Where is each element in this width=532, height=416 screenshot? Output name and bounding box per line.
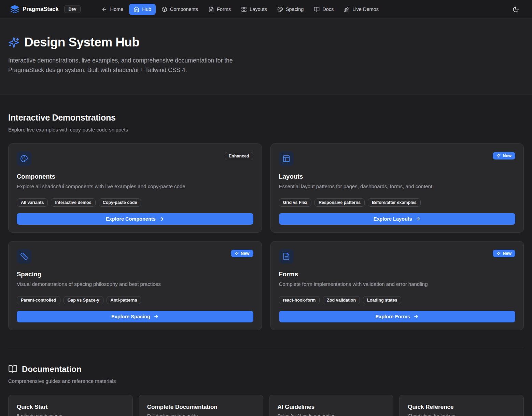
top-navbar: PragmaStack Dev Home Hub Components Fo [0,0,532,19]
badge-label: New [503,153,512,158]
palette-icon [17,151,31,166]
card-title: Forms [279,271,516,278]
tag: Copy-paste code [99,198,141,207]
tag: Responsive patterns [314,198,365,207]
hero-section: Design System Hub Interactive demonstrat… [0,19,532,95]
explore-components-button[interactable]: Explore Components [17,213,253,225]
docs-section: Documentation Comprehensive guides and r… [8,347,524,416]
nav-label: Forms [217,6,231,12]
arrow-right-icon [153,314,159,319]
cta-label: Explore Layouts [374,216,412,222]
sparkles-icon [496,154,501,158]
nav-label: Layouts [250,6,267,12]
demos-heading: Interactive Demonstrations [8,113,524,123]
nav-label: Live Demos [352,6,379,12]
cta-label: Explore Spacing [111,314,150,319]
nav-label: Components [170,6,198,12]
sparkles-icon [8,37,19,48]
card-description: Complete form implementations with valid… [279,280,516,288]
rocket-icon [344,6,350,12]
arrow-right-icon [413,314,419,319]
doc-title: Quick Reference [408,404,515,411]
doc-title: AI Guidelines [278,404,385,411]
new-badge: New [493,250,515,257]
doc-title: Complete Documentation [147,404,255,411]
book-open-icon [8,364,17,374]
layout-grid-icon [241,6,247,12]
tag: Zod validation [323,296,360,304]
arrow-left-icon [101,6,107,12]
doc-card-complete-documentation[interactable]: Complete Documentation Full design syste… [139,395,263,416]
nav-item-components[interactable]: Components [157,4,202,15]
layers-logo-icon [10,5,19,14]
explore-spacing-button[interactable]: Explore Spacing [17,311,253,322]
nav-item-docs[interactable]: Docs [309,4,338,15]
main-nav: Home Hub Components Forms Layouts [97,4,383,15]
demo-card-components: Enhanced Components Explore all shadcn/u… [8,143,262,233]
file-text-icon [279,249,294,264]
tag: Gap vs Space-y [64,296,103,304]
card-title: Components [17,173,253,180]
arrow-right-icon [415,216,421,222]
package-icon [162,6,167,12]
enhanced-badge: Enhanced [225,152,253,160]
nav-item-home[interactable]: Home [97,4,128,15]
badge-label: New [241,251,250,256]
tag: react-hook-form [279,296,320,304]
nav-item-spacing[interactable]: Spacing [273,4,308,15]
tag-row: Grid vs Flex Responsive patterns Before/… [279,198,516,207]
tag-row: Parent-controlled Gap vs Space-y Anti-pa… [17,296,253,304]
file-text-icon [208,6,214,12]
demo-card-grid: Enhanced Components Explore all shadcn/u… [8,143,524,330]
badge-label: New [503,251,512,256]
doc-description: Cheat sheet for lookups [408,413,515,416]
panels-top-icon [279,151,294,166]
doc-title: Quick Start [17,404,124,411]
tag-row: react-hook-form Zod validation Loading s… [279,296,516,304]
nav-label: Docs [322,6,334,12]
home-icon [134,6,139,12]
ruler-icon [17,249,31,264]
tag: Interactive demos [51,198,95,207]
demos-section: Interactive Demonstrations Explore live … [8,95,524,330]
demos-subheading: Explore live examples with copy-paste co… [8,127,524,133]
doc-card-quick-start[interactable]: Quick Start 5-minute crash course [8,395,133,416]
docs-subheading: Comprehensive guides and reference mater… [8,378,524,384]
card-description: Visual demonstrations of spacing philoso… [17,280,253,288]
nav-item-live-demos[interactable]: Live Demos [339,4,383,15]
tag: All variants [17,198,48,207]
cta-label: Explore Forms [375,314,410,319]
nav-item-layouts[interactable]: Layouts [237,4,271,15]
demo-card-layouts: New Layouts Essential layout patterns fo… [270,143,524,233]
demo-card-spacing: New Spacing Visual demonstrations of spa… [8,241,262,330]
main-content: Interactive Demonstrations Explore live … [0,95,532,416]
moon-icon [513,6,519,13]
brand-name: PragmaStack [23,6,59,13]
nav-item-forms[interactable]: Forms [204,4,235,15]
doc-description: 5-minute crash course [17,413,124,416]
card-description: Essential layout patterns for pages, das… [279,183,516,190]
tag: Parent-controlled [17,296,60,304]
brand[interactable]: PragmaStack Dev [10,5,81,14]
tag: Grid vs Flex [279,198,312,207]
doc-card-quick-reference[interactable]: Quick Reference Cheat sheet for lookups [399,395,524,416]
sparkles-icon [235,251,239,255]
nav-item-hub[interactable]: Hub [129,4,156,15]
card-title: Layouts [279,173,516,180]
doc-description: Rules for AI code generation [278,413,385,416]
theme-toggle-button[interactable] [510,3,522,15]
doc-description: Full design system guide [147,413,255,416]
arrow-right-icon [159,216,164,222]
tag: Anti-patterns [107,296,141,304]
tag-row: All variants Interactive demos Copy-past… [17,198,253,207]
explore-layouts-button[interactable]: Explore Layouts [279,213,516,225]
nav-label: Spacing [286,6,304,12]
env-badge: Dev [64,5,81,13]
new-badge: New [493,152,515,160]
explore-forms-button[interactable]: Explore Forms [279,311,516,322]
card-title: Spacing [17,271,253,278]
page-title: Design System Hub [24,35,139,50]
cta-label: Explore Components [106,216,156,222]
doc-card-ai-guidelines[interactable]: AI Guidelines Rules for AI code generati… [269,395,394,416]
demo-card-forms: New Forms Complete form implementations … [270,241,524,330]
